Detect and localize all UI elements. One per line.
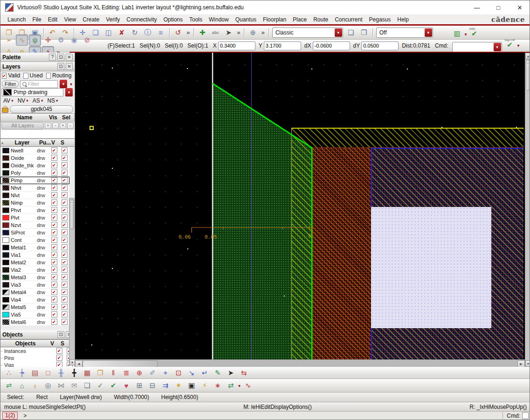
flash-probe-icon[interactable]: ⚡ bbox=[199, 380, 211, 391]
probe-heart-icon[interactable]: ♥ bbox=[120, 380, 132, 391]
checkbox[interactable]: ✔ bbox=[51, 162, 57, 168]
layer-row-via5[interactable]: Via5drw✔✔ bbox=[0, 311, 69, 318]
checkbox[interactable]: ✔ bbox=[51, 252, 57, 258]
edit-pen-icon[interactable]: ✎ bbox=[212, 367, 224, 379]
dropdown-arrow-icon[interactable]: ▾ bbox=[238, 383, 241, 388]
return-arrow-icon[interactable]: ↵ bbox=[199, 367, 211, 379]
verify-chip-icon[interactable]: ▥ bbox=[451, 28, 463, 39]
dropdown-arrow-icon[interactable]: ▾ bbox=[517, 43, 520, 48]
layer-row-plvt[interactable]: Plvtdrw✔✔ bbox=[0, 214, 69, 221]
checkbox[interactable]: ✔ bbox=[51, 207, 57, 213]
pad-ring-icon[interactable]: □ bbox=[42, 367, 54, 379]
swap-icon[interactable]: ⇆ bbox=[238, 367, 250, 379]
menu-concurrent[interactable]: Concurrent bbox=[331, 15, 365, 24]
layers-float-button[interactable]: ⊡ bbox=[57, 63, 64, 70]
checkbox[interactable]: ✔ bbox=[51, 237, 57, 243]
s-col-header[interactable]: S bbox=[61, 139, 75, 146]
checkbox[interactable]: ✔ bbox=[62, 170, 68, 176]
assign-all-icon[interactable]: ✔ bbox=[107, 380, 119, 391]
layer-row-via2[interactable]: Via2drw✔✔ bbox=[0, 266, 69, 274]
checkbox[interactable]: ✔ bbox=[62, 147, 68, 153]
menu-view[interactable]: View bbox=[61, 15, 79, 24]
show-all-button[interactable]: + bbox=[45, 123, 51, 129]
route-grid-icon[interactable]: ▦ bbox=[81, 367, 93, 379]
overflow-chevron-icon[interactable]: » bbox=[237, 29, 240, 36]
checkbox[interactable]: ✔ bbox=[62, 274, 68, 280]
palette-close-button[interactable]: ✕ bbox=[66, 54, 73, 61]
target-dashed-icon[interactable]: ⌖ bbox=[159, 367, 172, 379]
menu-route[interactable]: Route bbox=[310, 15, 331, 24]
layer-col-header[interactable]: Layer bbox=[5, 139, 39, 146]
object-row-pins[interactable]: Pins✔✔ bbox=[0, 354, 75, 361]
checkbox[interactable]: ✔ bbox=[62, 200, 68, 206]
export-folder-icon[interactable]: ❒ bbox=[94, 367, 106, 379]
layer-row-nimp[interactable]: Nimpdrw✔✔ bbox=[0, 199, 69, 207]
link-icon[interactable]: ⋈ bbox=[55, 380, 67, 391]
checkbox[interactable]: ✔ bbox=[56, 355, 62, 361]
menu-window[interactable]: Window bbox=[206, 15, 232, 24]
display-check-icon[interactable]: ▣ bbox=[186, 380, 198, 391]
purpose-col-header[interactable]: Pu... bbox=[39, 139, 51, 146]
checkbox[interactable]: ✔ bbox=[51, 214, 57, 220]
checkbox[interactable]: ✔ bbox=[62, 185, 68, 191]
layer-row-via1[interactable]: Via1drw✔✔ bbox=[0, 251, 69, 259]
menu-edit[interactable]: Edit bbox=[45, 15, 61, 24]
checkbox[interactable]: ✔ bbox=[51, 170, 57, 176]
info-icon[interactable]: ⓘ bbox=[142, 27, 154, 38]
checkbox[interactable]: ✔ bbox=[62, 222, 68, 228]
vertical-scrollbar[interactable]: ▲ ▼ bbox=[525, 53, 530, 367]
checkbox[interactable]: ✔ bbox=[51, 222, 57, 228]
checkbox[interactable]: ✔ bbox=[62, 304, 68, 310]
crosshair-icon[interactable]: ✛ bbox=[42, 34, 54, 46]
layer-row-metal2[interactable]: Metal2drw✔✔ bbox=[0, 259, 69, 266]
checkbox[interactable]: ✔ bbox=[51, 282, 57, 288]
menu-pegasus[interactable]: Pegasus bbox=[366, 15, 394, 24]
checkbox[interactable]: ✔ bbox=[51, 192, 57, 198]
tree-cursor-icon[interactable]: ψ bbox=[29, 34, 41, 46]
corner-route-icon[interactable]: ⊡ bbox=[172, 367, 185, 379]
compare-icon[interactable]: ⇌ bbox=[3, 380, 15, 391]
mail-icon[interactable]: ✉ bbox=[68, 380, 80, 391]
checkbox[interactable]: ✔ bbox=[2, 73, 7, 79]
globe-mesh-icon[interactable]: ⊕ bbox=[133, 367, 145, 379]
layer-row-via3[interactable]: Via3drw✔✔ bbox=[0, 281, 69, 289]
reroute-icon[interactable]: ⇄ bbox=[225, 380, 237, 391]
menu-create[interactable]: Create bbox=[79, 15, 103, 24]
place-row-icon[interactable]: ┾ bbox=[16, 367, 28, 379]
checkbox[interactable]: ✔ bbox=[62, 296, 68, 303]
tree-sel-header[interactable]: Sel bbox=[62, 114, 74, 121]
overflow-chevron-icon[interactable]: » bbox=[186, 29, 190, 36]
checkbox[interactable]: ✔ bbox=[62, 162, 68, 168]
menu-options[interactable]: Options bbox=[160, 15, 186, 24]
view-style-combo[interactable]: Classic▾ bbox=[272, 28, 343, 38]
waveform-icon[interactable]: ∿ bbox=[242, 380, 254, 391]
home-check-icon[interactable]: ⌂ bbox=[16, 380, 28, 391]
layer-row-siprot[interactable]: SiProtdrw✔✔ bbox=[0, 229, 69, 236]
objects-float-button[interactable]: ⊡ bbox=[57, 331, 64, 338]
x-coordinate-field[interactable] bbox=[218, 41, 255, 50]
layer-row-cont[interactable]: Contdrw✔✔ bbox=[0, 236, 69, 244]
object-row-instances[interactable]: Instances✔✔ bbox=[0, 347, 75, 354]
checkbox[interactable]: ✔ bbox=[62, 252, 68, 258]
checkbox[interactable]: ✔ bbox=[51, 304, 57, 310]
maximize-button[interactable]: □ bbox=[488, 0, 509, 14]
pin-pair-icon[interactable]: ╫ bbox=[55, 367, 67, 379]
layer-row-poly[interactable]: Polydrw✔✔ bbox=[0, 169, 69, 177]
layer-row-nlvt[interactable]: Nlvtdrw✔✔ bbox=[0, 192, 69, 199]
create-pin-icon[interactable]: ✚ bbox=[196, 27, 208, 38]
checkbox[interactable]: ✔ bbox=[62, 282, 68, 288]
checkbox[interactable]: ✔ bbox=[62, 237, 68, 243]
menu-verify[interactable]: Verify bbox=[103, 15, 123, 24]
checkbox[interactable]: ✔ bbox=[23, 73, 28, 79]
sort-icon[interactable]: ▲ bbox=[0, 141, 5, 145]
quick-nv-button[interactable]: NV▾ bbox=[18, 97, 28, 104]
palette-float-button[interactable]: ⊡ bbox=[57, 54, 64, 61]
filter-button[interactable]: Filter bbox=[2, 81, 19, 88]
menu-tools[interactable]: Tools bbox=[186, 15, 206, 24]
checkbox[interactable]: ✔ bbox=[51, 267, 57, 273]
probe-icon[interactable]: ⊘ bbox=[81, 34, 93, 46]
checkbox[interactable]: ✔ bbox=[51, 311, 57, 317]
objects-col-header[interactable]: Objects bbox=[0, 340, 50, 347]
layer-row-oxide_thk[interactable]: Oxide_thkdrw✔✔ bbox=[0, 162, 69, 169]
pin-place-icon[interactable]: ➤ bbox=[225, 367, 237, 379]
